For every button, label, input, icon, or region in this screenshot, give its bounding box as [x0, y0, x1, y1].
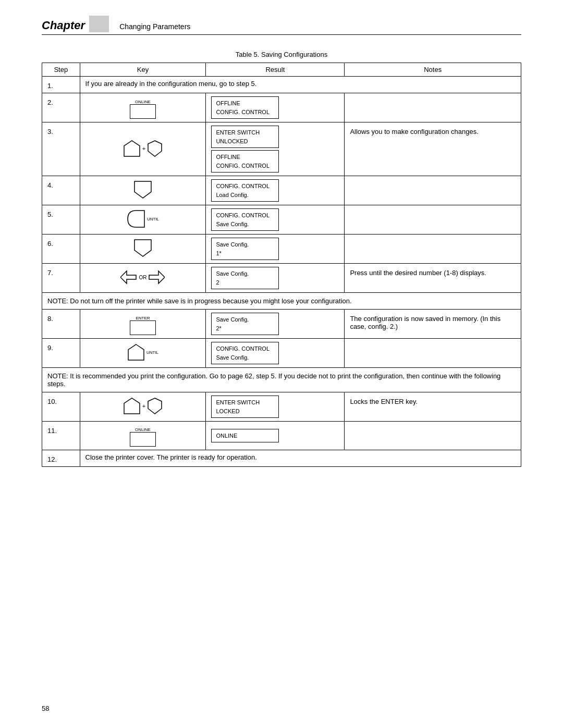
- key-cell: +: [80, 392, 206, 422]
- svg-marker-4: [120, 271, 136, 283]
- result-cell: CONFIG. CONTROLLoad Config.: [206, 176, 345, 205]
- result-box-2: OFFLINECONFIG. CONTROL: [211, 150, 279, 172]
- arrow-lr-key: OR: [120, 270, 165, 285]
- notes-cell: The configuration is now saved in memory…: [345, 310, 521, 339]
- result-box: CONFIG. CONTROLSave Config.: [211, 342, 279, 364]
- step-cell: 2.: [42, 93, 80, 122]
- result-box-1: ENTER SWITCHUNLOCKED: [211, 126, 279, 148]
- d-shape-icon: [127, 209, 145, 228]
- svg-marker-0: [124, 141, 140, 156]
- table-title: Table 5. Saving Configurations: [42, 51, 521, 58]
- shield-icon: [147, 140, 163, 157]
- rect-key-enter: [130, 320, 156, 335]
- key-label-online: ONLINE: [135, 427, 151, 432]
- svg-marker-1: [148, 141, 162, 156]
- col-header-result: Result: [206, 63, 345, 77]
- table-row: 4. CONFIG. CONTROLLoad Config.: [42, 176, 521, 205]
- pentagon-up-icon-2: [127, 343, 145, 361]
- step-cell: 9.: [42, 339, 80, 368]
- result-box: CONFIG. CONTROLLoad Config.: [211, 179, 279, 202]
- online-key: ONLINE: [130, 100, 156, 119]
- penta-up-until-key: UNTIL: [127, 343, 158, 361]
- chapter-label: Chapter: [42, 19, 85, 32]
- step-cell: 3.: [42, 122, 80, 176]
- full-span-cell: If you are already in the configuration …: [80, 77, 521, 93]
- table-header-row: Step Key Result Notes: [42, 63, 521, 77]
- step-cell: 12.: [42, 450, 80, 467]
- enter-key: ENTER: [130, 316, 156, 335]
- note-row-2: NOTE: It is recommended you print the co…: [42, 368, 521, 392]
- result-cell: OFFLINECONFIG. CONTROL: [206, 93, 345, 122]
- online-key-2: ONLINE: [130, 427, 156, 447]
- col-header-key: Key: [80, 63, 206, 77]
- notes-cell: [345, 93, 521, 122]
- plus-icon: +: [142, 145, 145, 152]
- svg-marker-8: [148, 398, 162, 414]
- svg-marker-6: [128, 344, 144, 360]
- rect-key-online: [130, 104, 156, 119]
- step-cell: 6.: [42, 235, 80, 264]
- pentagon-up-icon-3: [123, 397, 141, 415]
- pentagon-down-icon: [133, 180, 152, 199]
- step-cell: 8.: [42, 310, 80, 339]
- result-box: Save Config.1*: [211, 238, 279, 260]
- svg-marker-5: [149, 271, 165, 283]
- notes-cell: Allows you to make configuration changes…: [345, 122, 521, 176]
- result-cell: CONFIG. CONTROLSave Config.: [206, 339, 345, 368]
- main-table: Step Key Result Notes 1. If you are alre…: [42, 63, 521, 467]
- table-row: 10. + ENTER SWITCHLOCKED Locks: [42, 392, 521, 422]
- rect-key-online-2: [130, 432, 156, 447]
- result-box: OFFLINECONFIG. CONTROL: [211, 96, 279, 119]
- result-cell: Save Config.2*: [206, 310, 345, 339]
- pentagon-down-icon-2: [133, 239, 152, 257]
- table-row: 2. ONLINE OFFLINECONFIG. CONTROL: [42, 93, 521, 122]
- result-cell: ENTER SWITCHUNLOCKED OFFLINECONFIG. CONT…: [206, 122, 345, 176]
- full-span-cell-2: Close the printer cover. The printer is …: [80, 450, 521, 467]
- col-header-step: Step: [42, 63, 80, 77]
- col-header-notes: Notes: [345, 63, 521, 77]
- notes-cell: [345, 235, 521, 264]
- key-cell: +: [80, 122, 206, 176]
- step-cell: 7.: [42, 264, 80, 293]
- note-cell-2: NOTE: It is recommended you print the co…: [42, 368, 521, 392]
- page: Chapter Changing Parameters Table 5. Sav…: [0, 0, 563, 728]
- table-row: 8. ENTER Save Config.2* The configuratio…: [42, 310, 521, 339]
- table-row: 6. Save Config.1*: [42, 235, 521, 264]
- key-cell: ONLINE: [80, 93, 206, 122]
- chapter-title: Changing Parameters: [119, 22, 190, 32]
- result-cell: CONFIG. CONTROLSave Config.: [206, 205, 345, 235]
- table-row: 1. If you are already in the configurati…: [42, 77, 521, 93]
- note-cell: NOTE: Do not turn off the printer while …: [42, 293, 521, 310]
- step-cell: 10.: [42, 392, 80, 422]
- key-cell: [80, 176, 206, 205]
- svg-marker-2: [134, 181, 151, 198]
- svg-marker-7: [124, 398, 140, 414]
- shield-icon-2: [147, 397, 163, 415]
- enter-label: ENTER: [136, 316, 150, 320]
- step-cell: 11.: [42, 422, 80, 450]
- chapter-tab: [89, 16, 109, 32]
- note-row: NOTE: Do not turn off the printer while …: [42, 293, 521, 310]
- key-cell: OR: [80, 264, 206, 293]
- enter-plus-shield-key-2: +: [123, 397, 163, 415]
- notes-cell: [345, 422, 521, 450]
- notes-cell: Locks the ENTER key.: [345, 392, 521, 422]
- result-box: Save Config.2*: [211, 313, 279, 335]
- key-cell: [80, 235, 206, 264]
- result-box: CONFIG. CONTROLSave Config.: [211, 208, 279, 231]
- result-cell: ENTER SWITCHLOCKED: [206, 392, 345, 422]
- arrow-left-icon: [120, 270, 137, 285]
- table-row: 12. Close the printer cover. The printer…: [42, 450, 521, 467]
- table-row: 7. OR Save Config.2: [42, 264, 521, 293]
- svg-marker-3: [134, 240, 151, 256]
- table-row: 5. UNTIL CONFIG. CONTROLSave Config.: [42, 205, 521, 235]
- step-cell: 5.: [42, 205, 80, 235]
- header: Chapter Changing Parameters: [42, 16, 521, 35]
- result-cell: ONLINE: [206, 422, 345, 450]
- result-box: Save Config.2: [211, 267, 279, 289]
- table-row: 3. + ENTER SWITCHUNLO: [42, 122, 521, 176]
- arrow-right-icon: [148, 270, 165, 285]
- key-label: ONLINE: [135, 100, 151, 104]
- result-box: ONLINE: [211, 429, 279, 443]
- enter-plus-shield-key: +: [123, 140, 163, 157]
